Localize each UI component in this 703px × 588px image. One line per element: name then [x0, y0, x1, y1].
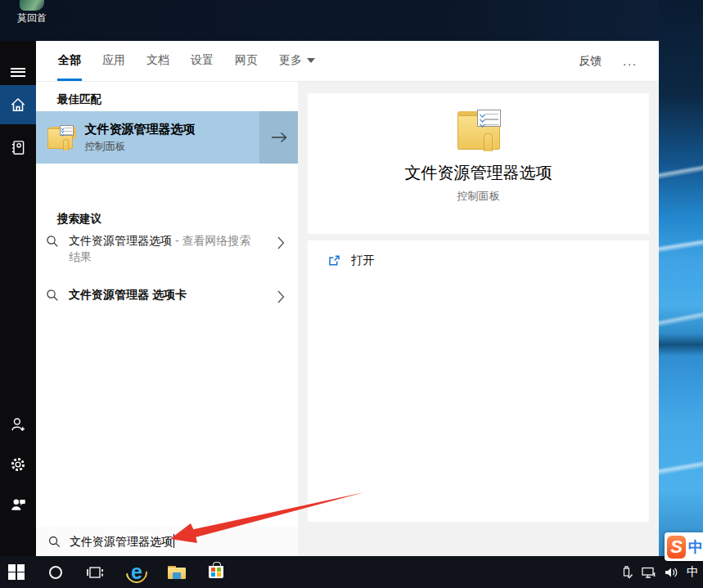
task-view-icon — [86, 564, 104, 581]
feedback-button[interactable]: 反馈 — [579, 54, 602, 69]
volume-tray-button[interactable] — [664, 566, 679, 579]
suggestion-item[interactable]: 文件资源管理器 选项卡 — [36, 286, 298, 307]
feedback-person-icon — [9, 495, 27, 513]
start-button[interactable] — [0, 556, 33, 588]
internet-explorer-icon: e — [126, 562, 147, 583]
notebook-icon — [9, 138, 27, 156]
sidebar-item-account[interactable] — [0, 405, 36, 444]
right-arrow-icon — [270, 131, 288, 144]
search-panel: 全部 应用 文档 设置 网页 更多 反馈 ... 最佳匹配 — [0, 41, 659, 556]
sidebar-item-journal[interactable] — [0, 128, 36, 167]
file-explorer-options-icon-large — [456, 109, 502, 151]
search-tabbar: 全部 应用 文档 设置 网页 更多 反馈 ... — [36, 41, 659, 82]
windows-logo-icon — [8, 564, 25, 581]
best-match-main[interactable]: 文件资源管理器选项 控制面板 — [36, 111, 259, 164]
suggestion-item[interactable]: 文件资源管理器选项 - 查看网络搜索结果 — [36, 232, 298, 265]
search-sidebar — [0, 41, 36, 556]
chevron-right-icon — [277, 236, 285, 250]
search-icon — [48, 536, 61, 548]
store-button[interactable] — [200, 556, 232, 588]
sidebar-item-settings[interactable] — [0, 445, 36, 484]
overflow-menu-button[interactable]: ... — [623, 55, 638, 68]
suggestion-text: 文件资源管理器选项 - 查看网络搜索结果 — [69, 232, 259, 265]
search-input-value: 文件资源管理器选项 — [70, 534, 174, 550]
open-action[interactable]: 打开 — [308, 240, 649, 268]
tab-all[interactable]: 全部 — [57, 41, 82, 81]
desktop-shortcut-label: 莫回首 — [7, 11, 57, 25]
file-explorer-options-icon — [47, 124, 74, 150]
expand-result-button[interactable] — [259, 111, 298, 164]
best-match-texts: 文件资源管理器选项 控制面板 — [85, 122, 196, 154]
sidebar-item-feedback[interactable] — [0, 484, 36, 523]
tab-web[interactable]: 网页 — [234, 41, 259, 81]
open-action-label: 打开 — [351, 253, 375, 268]
tab-settings[interactable]: 设置 — [190, 41, 214, 81]
suggestion-chevron[interactable] — [277, 232, 298, 265]
tab-apps[interactable]: 应用 — [101, 41, 126, 81]
search-suggestion-icon — [36, 286, 69, 307]
cortana-button[interactable] — [39, 556, 72, 588]
suggestion-chevron[interactable] — [277, 286, 298, 307]
usb-tray-button[interactable] — [620, 565, 633, 580]
chevron-right-icon — [277, 290, 285, 304]
search-tabs: 全部 应用 文档 设置 网页 更多 — [36, 41, 336, 81]
internet-explorer-button[interactable]: e — [120, 556, 153, 588]
sogou-cn-mode: 中 — [688, 537, 703, 557]
home-icon — [9, 96, 27, 114]
desktop-wallpaper — [659, 0, 703, 556]
taskbar: e — [0, 556, 703, 588]
gear-icon — [9, 456, 27, 474]
preview-card: 文件资源管理器选项 控制面板 — [308, 93, 649, 234]
best-match-subtitle: 控制面板 — [85, 140, 196, 154]
sidebar-item-home[interactable] — [0, 85, 36, 124]
file-explorer-icon — [168, 566, 186, 579]
preview-subtitle: 控制面板 — [457, 189, 500, 204]
network-icon — [641, 566, 656, 579]
tab-more-label: 更多 — [279, 53, 302, 66]
hamburger-icon — [11, 65, 25, 79]
usb-icon — [620, 565, 633, 580]
open-external-icon — [327, 254, 341, 267]
search-suggestion-icon — [36, 232, 69, 265]
chevron-down-icon — [307, 58, 315, 63]
text-caret — [173, 534, 174, 548]
best-match-title: 文件资源管理器选项 — [85, 122, 196, 137]
cortana-icon — [49, 566, 62, 579]
desktop-shortcut-icon — [20, 0, 44, 11]
suggestions-header: 搜索建议 — [57, 212, 101, 227]
best-match-header: 最佳匹配 — [57, 92, 101, 107]
preview-actions-card: 打开 — [308, 240, 649, 522]
desktop-shortcut[interactable]: 莫回首 — [7, 0, 57, 25]
task-view-button[interactable] — [79, 556, 111, 588]
desktop: 莫回首 — [0, 0, 703, 588]
store-icon — [209, 566, 223, 578]
preview-pane: 文件资源管理器选项 控制面板 打开 — [298, 82, 659, 556]
ime-indicator[interactable]: 中 — [687, 564, 699, 580]
search-input[interactable]: 文件资源管理器选项 — [36, 527, 298, 556]
suggestion-text: 文件资源管理器 选项卡 — [69, 286, 259, 307]
sogou-input-bar[interactable]: S 中 — [665, 532, 703, 561]
tab-documents[interactable]: 文档 — [146, 41, 170, 81]
tab-more[interactable]: 更多 — [278, 41, 316, 81]
file-explorer-button[interactable] — [160, 556, 193, 588]
add-user-icon — [9, 415, 27, 433]
network-tray-button[interactable] — [641, 566, 656, 579]
speaker-icon — [664, 566, 679, 579]
preview-title: 文件资源管理器选项 — [405, 162, 552, 184]
sogou-logo-icon: S — [667, 536, 686, 559]
tabbar-right: 反馈 ... — [579, 41, 659, 81]
best-match-result[interactable]: 文件资源管理器选项 控制面板 — [36, 111, 298, 164]
results-pane: 最佳匹配 文件资源管理器选项 控制面板 — [36, 82, 298, 556]
